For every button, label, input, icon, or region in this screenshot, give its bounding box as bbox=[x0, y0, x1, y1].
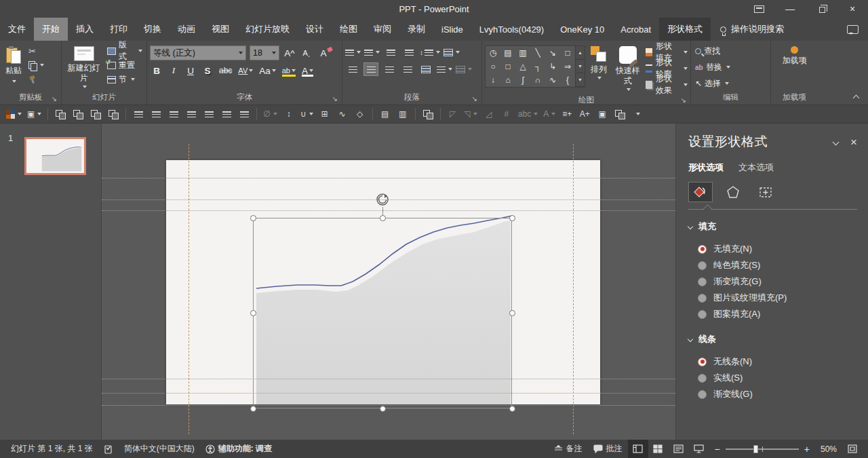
align-middle-objects-button[interactable] bbox=[201, 107, 217, 121]
slide-canvas[interactable] bbox=[102, 123, 675, 440]
clear-formatting-button[interactable]: A bbox=[317, 46, 330, 60]
resize-handle-bottom-center[interactable] bbox=[380, 406, 386, 412]
bring-to-front-button[interactable] bbox=[87, 107, 104, 121]
reroute-connectors-button[interactable]: ◿ bbox=[481, 107, 497, 121]
resize-handle-top-right[interactable] bbox=[509, 215, 515, 221]
send-to-back-button[interactable] bbox=[105, 107, 121, 121]
font-color-button[interactable]: A bbox=[300, 64, 315, 77]
ribbon-tab-file[interactable]: 文件 bbox=[0, 18, 34, 41]
tell-me-search[interactable]: 操作说明搜索 bbox=[711, 18, 793, 41]
theme-colors-button[interactable] bbox=[4, 107, 24, 121]
align-center-button[interactable] bbox=[363, 62, 378, 76]
text-direction-button[interactable] bbox=[443, 45, 460, 59]
slide-sorter-view-button[interactable] bbox=[648, 440, 669, 458]
convert-smartart-button[interactable] bbox=[456, 62, 472, 76]
ribbon-tab-开始[interactable]: 开始 bbox=[34, 18, 68, 41]
align-center-objects-button[interactable] bbox=[148, 107, 164, 121]
ribbon-tab-OneKey 10[interactable]: OneKey 10 bbox=[552, 18, 612, 41]
picture-placeholder-button[interactable]: ▣ bbox=[594, 107, 610, 121]
shape-gallery-item-1-0[interactable]: ○ bbox=[486, 60, 500, 73]
ribbon-display-options-button[interactable] bbox=[743, 0, 774, 18]
shape-gallery-scrollbar[interactable]: ▲▼▼ bbox=[576, 45, 585, 88]
shape-gallery-item-0-0[interactable]: ◷ bbox=[486, 46, 500, 60]
distribute-vertical-button[interactable] bbox=[236, 107, 252, 121]
fill-option-3[interactable]: 图片或纹理填充(P) bbox=[698, 290, 857, 306]
highlight-color-button[interactable]: ab bbox=[281, 64, 297, 77]
resize-height-button[interactable]: ↕ bbox=[281, 107, 297, 121]
slide-thumbnail[interactable] bbox=[24, 137, 86, 175]
edit-points-button[interactable]: ◸ bbox=[445, 107, 461, 121]
line-option-2[interactable]: 渐变线(G) bbox=[698, 386, 857, 402]
reading-view-button[interactable] bbox=[669, 440, 689, 458]
minimize-button[interactable]: — bbox=[774, 0, 806, 18]
spellcheck-button[interactable] bbox=[98, 440, 119, 458]
selection-swap-button[interactable] bbox=[420, 107, 436, 121]
3d-models-button[interactable]: ◇ bbox=[352, 107, 368, 121]
ribbon-tab-LvyhTools(0429)[interactable]: LvyhTools(0429) bbox=[471, 18, 552, 41]
add-text-line-button[interactable]: ≡+ bbox=[559, 107, 575, 121]
columns-button[interactable] bbox=[437, 62, 452, 76]
ink-tools-button[interactable]: ∿ bbox=[334, 107, 351, 121]
zoom-out-button[interactable]: − bbox=[715, 444, 720, 455]
align-text-button[interactable] bbox=[418, 62, 433, 76]
line-radio-2[interactable] bbox=[698, 390, 707, 399]
merge-shapes-button[interactable]: ∪ bbox=[298, 107, 315, 121]
underline-button[interactable]: U bbox=[184, 64, 197, 77]
replace-button[interactable]: ab替换 bbox=[694, 61, 732, 73]
shape-gallery-item-0-3[interactable]: ╲ bbox=[530, 46, 545, 60]
comments-icon[interactable] bbox=[847, 25, 859, 34]
shape-gallery-item-1-4[interactable]: ↳ bbox=[545, 60, 560, 73]
numbering-button[interactable] bbox=[364, 45, 380, 59]
resize-handle-top-left[interactable] bbox=[250, 215, 256, 221]
shape-gallery-item-2-0[interactable]: ↓ bbox=[486, 73, 500, 87]
layout-button[interactable]: 版式 bbox=[106, 45, 144, 57]
paste-button[interactable]: 粘贴 bbox=[3, 43, 24, 89]
collapse-ribbon-icon[interactable] bbox=[853, 95, 860, 102]
rotate-objects-button[interactable]: ∅ bbox=[261, 107, 279, 121]
fill-option-4[interactable]: 图案填充(A) bbox=[698, 306, 857, 322]
text-shadow-button[interactable]: S bbox=[201, 64, 214, 77]
zoom-slider[interactable] bbox=[726, 449, 799, 450]
fill-radio-2[interactable] bbox=[698, 278, 707, 286]
shape-gallery-item-2-4[interactable]: ∿ bbox=[545, 73, 560, 87]
grow-text-button[interactable]: A+ bbox=[576, 107, 593, 121]
slideshow-view-button[interactable] bbox=[689, 440, 709, 458]
effects-icon-button[interactable] bbox=[721, 182, 745, 202]
ribbon-tab-设计[interactable]: 设计 bbox=[298, 18, 332, 41]
shape-gallery-item-1-1[interactable]: □ bbox=[500, 60, 515, 73]
overflow-button[interactable] bbox=[629, 107, 646, 121]
fill-radio-4[interactable] bbox=[698, 310, 707, 319]
close-button[interactable]: × bbox=[837, 0, 868, 18]
drawing-dialog-launcher[interactable]: ↘ bbox=[681, 97, 686, 104]
comments-toggle[interactable]: 批注 bbox=[588, 440, 628, 458]
paragraph-dialog-launcher[interactable]: ↘ bbox=[472, 96, 477, 102]
ribbon-tab-切换[interactable]: 切换 bbox=[136, 18, 170, 41]
shape-gallery-item-2-2[interactable]: ʃ bbox=[515, 73, 530, 87]
notes-toggle[interactable]: 备注 bbox=[549, 440, 588, 458]
accessibility-checker[interactable]: 辅助功能: 调查 bbox=[200, 440, 277, 458]
shape-gallery-item-0-5[interactable]: □ bbox=[560, 46, 575, 60]
resize-handle-bottom-right[interactable] bbox=[509, 406, 515, 412]
character-spacing-button[interactable]: AV bbox=[237, 64, 254, 77]
layer-manager-button[interactable] bbox=[612, 107, 628, 121]
quick-styles-button[interactable]: 快速样式 bbox=[612, 43, 643, 94]
font-dialog-launcher[interactable]: ↘ bbox=[332, 96, 338, 102]
shape-gallery-item-0-2[interactable]: ▥ bbox=[515, 46, 530, 60]
shape-gallery-item-0-1[interactable]: ▤ bbox=[500, 46, 515, 60]
zoom-level[interactable]: 50% bbox=[815, 440, 842, 458]
font-size-combo[interactable]: 18 bbox=[250, 45, 279, 60]
new-slide-button[interactable]: 新建幻灯片 bbox=[64, 43, 103, 91]
shape-gallery-item-2-1[interactable]: ⌂ bbox=[500, 73, 515, 87]
size-properties-icon-button[interactable] bbox=[753, 182, 778, 202]
ribbon-tab-录制[interactable]: 录制 bbox=[399, 18, 433, 41]
shape-gallery-item-1-2[interactable]: △ bbox=[515, 60, 530, 73]
text-effects-abc-button[interactable]: abc bbox=[516, 107, 540, 121]
clipboard-dialog-launcher[interactable]: ↘ bbox=[52, 96, 57, 102]
fill-option-1[interactable]: 纯色填充(S) bbox=[698, 257, 857, 273]
reset-button[interactable]: 重置 bbox=[106, 59, 144, 71]
line-spacing-button[interactable]: ↕ bbox=[420, 45, 440, 59]
ribbon-tab-幻灯片放映[interactable]: 幻灯片放映 bbox=[237, 18, 298, 41]
restore-button[interactable] bbox=[806, 0, 837, 18]
align-left-button[interactable] bbox=[345, 62, 360, 76]
addins-button[interactable]: 加载项 bbox=[780, 43, 810, 69]
